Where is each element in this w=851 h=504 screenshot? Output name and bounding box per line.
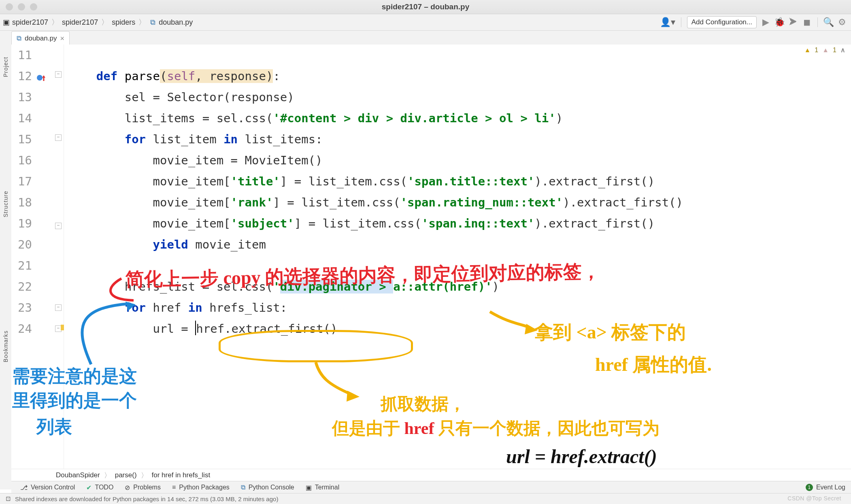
git-icon: ⎇ — [20, 484, 28, 491]
file-tab-douban[interactable]: ⧉ douban.py × — [11, 31, 70, 46]
line-no[interactable]: 12 — [11, 66, 32, 87]
warning-count-a: 1 — [815, 47, 818, 54]
scroll-top-icon[interactable]: ∧ — [840, 46, 845, 54]
watermark: CSDN @Top Secret — [787, 495, 841, 502]
crumb-0[interactable]: spider2107 — [12, 18, 48, 27]
line-no[interactable]: 21 — [11, 255, 32, 276]
line-no[interactable]: 20 — [11, 234, 32, 255]
tool-problems[interactable]: ⊘Problems — [125, 484, 161, 491]
editor-tabs: ⧉ douban.py × — [0, 31, 851, 46]
crumb-sep: 〉 — [138, 17, 147, 27]
crumb-1[interactable]: spider2107 — [62, 18, 98, 27]
status-bar: ⊡ Shared indexes are downloaded for Pyth… — [0, 493, 851, 504]
maximize-window-icon[interactable] — [30, 3, 37, 11]
line-no[interactable]: 22 — [11, 276, 32, 297]
tool-python-packages[interactable]: ≡Python Packages — [172, 484, 230, 491]
debug-icon[interactable]: 🐞 — [774, 17, 784, 28]
code-line[interactable]: yield movie_item — [68, 234, 835, 255]
breadcrumb[interactable]: ▣spider2107 〉 spider2107 〉 spiders 〉 ⧉do… — [2, 17, 193, 27]
code-editor[interactable]: 11 12 13 14 15 16 17 18 19 20 21 22 23 2… — [11, 45, 851, 469]
crumb-sep: 〉 — [51, 17, 60, 27]
code-line[interactable]: for list_item in list_items: — [68, 129, 835, 150]
code-line[interactable]: movie_item['rank'] = list_item.css('span… — [68, 192, 835, 213]
line-no[interactable]: 14 — [11, 108, 32, 129]
line-no[interactable]: 24 — [11, 318, 32, 339]
gear-icon[interactable]: ⚙ — [837, 17, 847, 28]
tool-structure[interactable]: Structure — [2, 191, 9, 217]
warning-count-b: 1 — [833, 47, 836, 54]
traffic-lights — [6, 3, 37, 11]
code-line[interactable]: url = href.extract_first() — [68, 318, 835, 339]
nav-crumb-2[interactable]: for href in hrefs_list — [152, 471, 211, 479]
close-tab-icon[interactable]: × — [60, 34, 64, 43]
line-no[interactable]: 16 — [11, 150, 32, 171]
main-toolbar: ▣spider2107 〉 spider2107 〉 spiders 〉 ⧉do… — [0, 14, 851, 31]
line-no[interactable]: 13 — [11, 87, 32, 108]
crumb-sep: 〉 — [100, 17, 109, 27]
tool-bookmarks[interactable]: Bookmarks — [2, 330, 9, 362]
editor-nav-crumbs[interactable]: DoubanSpider 〉 parse() 〉 for href in hre… — [11, 469, 851, 481]
line-no[interactable]: 15 — [11, 129, 32, 150]
line-no[interactable]: 17 — [11, 171, 32, 192]
todo-icon: ✔ — [86, 484, 91, 491]
window-title: spider2107 – douban.py — [382, 2, 469, 11]
weak-warning-icon: ▲ — [822, 47, 829, 54]
file-tab-label: douban.py — [25, 34, 57, 43]
line-no[interactable]: 19 — [11, 213, 32, 234]
project-icon: ▣ — [2, 19, 10, 26]
code-line[interactable]: movie_item['title'] = list_item.css('spa… — [68, 171, 835, 192]
line-number-gutter[interactable]: 11 12 13 14 15 16 17 18 19 20 21 22 23 2… — [11, 45, 64, 469]
packages-icon: ≡ — [172, 484, 176, 491]
terminal-icon: ▣ — [306, 484, 312, 491]
bottom-tool-tabs: ⎇Version Control ✔TODO ⊘Problems ≡Python… — [11, 481, 851, 493]
tool-event-log[interactable]: 1 Event Log — [806, 484, 851, 491]
nav-crumb-1[interactable]: parse() — [115, 471, 137, 479]
stop-icon[interactable]: ◼ — [802, 17, 812, 28]
tool-python-console[interactable]: ⧉Python Console — [241, 484, 294, 491]
code-line[interactable]: hrefs_list = sel.css('div.paginator > a:… — [68, 276, 835, 297]
line-no[interactable]: 23 — [11, 297, 32, 318]
user-menu-icon[interactable]: 👤▾ — [660, 17, 675, 28]
status-message: Shared indexes are downloaded for Python… — [15, 495, 278, 502]
run-config-label: Add Configuration... — [691, 18, 752, 26]
crumb-3[interactable]: douban.py — [159, 18, 193, 27]
line-no[interactable]: 11 — [11, 45, 32, 66]
close-window-icon[interactable] — [6, 3, 13, 11]
inspections-widget[interactable]: ▲1 ▲1 ∧ — [804, 46, 846, 54]
code-line[interactable]: for href in hrefs_list: — [68, 297, 835, 318]
run-icon[interactable]: ▶ — [761, 17, 770, 28]
search-icon[interactable]: 🔍 — [823, 17, 833, 28]
run-config-dropdown[interactable]: Add Configuration... — [687, 16, 757, 28]
python-file-icon: ⧉ — [149, 19, 156, 26]
code-line[interactable] — [68, 45, 835, 66]
crumb-2[interactable]: spiders — [112, 18, 135, 27]
event-badge: 1 — [806, 484, 813, 491]
tool-todo[interactable]: ✔TODO — [86, 484, 113, 491]
speech-icon[interactable]: ⊡ — [6, 495, 11, 502]
code-line[interactable]: movie_item = MovieItem() — [68, 150, 835, 171]
code-line[interactable]: list_items = sel.css('#content > div > d… — [68, 108, 835, 129]
code-line[interactable]: sel = Selector(response) — [68, 87, 835, 108]
minimize-window-icon[interactable] — [18, 3, 25, 11]
coverage-icon[interactable]: ⮞ — [788, 17, 798, 28]
tool-version-control[interactable]: ⎇Version Control — [20, 484, 75, 491]
python-file-icon: ⧉ — [17, 34, 21, 43]
code-line[interactable]: def parse(self, response): — [68, 66, 835, 87]
line-no[interactable]: 18 — [11, 192, 32, 213]
problems-icon: ⊘ — [125, 484, 130, 491]
title-bar: spider2107 – douban.py — [0, 0, 851, 14]
tool-terminal[interactable]: ▣Terminal — [306, 484, 339, 491]
tool-project[interactable]: Project — [2, 57, 9, 77]
warning-icon: ▲ — [804, 47, 811, 54]
left-tool-strip: Project Structure Bookmarks — [0, 45, 12, 489]
console-icon: ⧉ — [241, 484, 245, 491]
nav-crumb-0[interactable]: DoubanSpider — [56, 471, 100, 479]
code-line[interactable]: movie_item['subject'] = list_item.css('s… — [68, 213, 835, 234]
code-line[interactable] — [68, 255, 835, 276]
code-text[interactable]: def parse(self, response): sel = Selecto… — [68, 45, 835, 469]
